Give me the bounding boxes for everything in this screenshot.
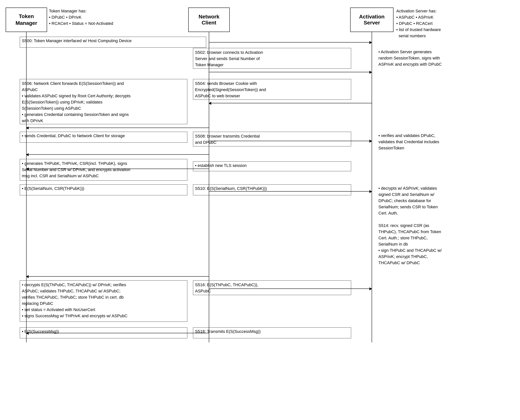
token-manager-box: Token Manager <box>6 8 47 32</box>
s508-action-block: S508: browser transmits Credentialand DP… <box>193 132 351 146</box>
as-s502-resp: • Activation Server generatesrandom Sess… <box>378 48 514 68</box>
tm-annotation: Token Manager has:• DPubC • DPrivK• RCAC… <box>49 8 113 27</box>
arrow-s502 <box>209 72 372 72</box>
as-s508-resp: • verifies and validates DPubC,validates… <box>378 132 514 152</box>
network-client-box: Network Client <box>188 8 230 32</box>
arrow-s506-back <box>26 128 209 128</box>
as-s510-resp: • decrypts w/ ASPrivK; validatessigned C… <box>378 184 514 267</box>
decrypts-th-block: • decrypts E(S(ThPubC, THCAPubC)) w/ DPr… <box>20 280 187 322</box>
as-s508-resp-text: • verifies and validates DPubC,validates… <box>378 133 439 150</box>
s516-text: S516: E(S(ThPubC, THCAPubC)),ASPubC <box>195 282 258 293</box>
s500-text: S500: Token Manager interfaced w/ Host C… <box>22 38 132 43</box>
s506-text: S506: Network Client forwards E(S(Sessio… <box>22 81 131 123</box>
as-annotation-text: Activation Server has:• ASPubC • ASPrivK… <box>396 9 441 38</box>
eserialnum-text: • E(S(SerialNum, CSR(THPubK))) <box>22 186 84 191</box>
as-s502-resp-text: • Activation Server generatesrandom Sess… <box>378 50 442 67</box>
s502-action-block: S502: browser connects to ActivationServ… <box>193 48 351 69</box>
s516-action-block: S516: E(S(ThPubC, THCAPubC)),ASPubC <box>193 280 351 295</box>
tm-annotation-text: Token Manager has:• DPubC • DPrivK• RCAC… <box>49 9 113 26</box>
activation-server-label: Activation Server <box>359 14 384 26</box>
as-annotation: Activation Server has:• ASPubC • ASPrivK… <box>396 8 441 39</box>
s504-action-block: S504: sends Browser Cookie withEncrypted… <box>193 79 351 100</box>
arrow-s508-back <box>26 154 209 155</box>
s500-action-block: S500: Token Manager interfaced w/ Host C… <box>20 37 206 48</box>
s510-text: S510: E(S(SerialNum, CSR(THPubK))) <box>195 186 267 191</box>
decrypts-th-text: • decrypts E(S(ThPubC, THCAPubC)) w/ DPr… <box>22 282 128 318</box>
network-client-label: Network Client <box>199 14 219 26</box>
arrow-s510 <box>209 191 372 192</box>
arrow-s518 <box>26 333 209 333</box>
eserialnum-block: • E(S(SerialNum, CSR(THPubK))) <box>20 184 187 195</box>
sends-credential-block: • sends Credential, DPubC to Network Cli… <box>20 132 187 143</box>
s510-action-block: S510: E(S(SerialNum, CSR(THPubK))) <box>193 184 351 195</box>
sends-credential-text: • sends Credential, DPubC to Network Cli… <box>22 133 125 138</box>
s502-text: S502: browser connects to ActivationServ… <box>195 50 263 67</box>
s506-action-block: S506: Network Client forwards E(S(Sessio… <box>20 79 187 124</box>
nc-lifeline <box>209 32 209 343</box>
activation-server-box: Activation Server <box>350 8 393 32</box>
token-manager-label: Token Manager <box>15 13 37 27</box>
arrow-s516-back <box>26 276 209 277</box>
generates-th-text: • generates THPubK, THPrivK, CSR(incl. T… <box>22 161 130 178</box>
s508-text: S508: browser transmits Credentialand DP… <box>195 134 260 145</box>
sequence-diagram: Token Manager Network Client Activation … <box>0 0 520 420</box>
s518-action-block: S518: Transmits E(S(SuccessMsg)) <box>193 327 351 338</box>
arrow-s508 <box>209 141 372 141</box>
arrow-s504 <box>209 103 372 103</box>
arrow-s516 <box>209 288 372 289</box>
as-lifeline <box>372 32 372 343</box>
arrow-tls <box>26 169 209 169</box>
establish-tls-text: • establish new TLS session <box>195 163 247 168</box>
generates-th-block: • generates THPubK, THPrivK, CSR(incl. T… <box>20 159 187 181</box>
s504-text: S504: sends Browser Cookie withEncrypted… <box>195 81 266 98</box>
as-s510-resp-text: • decrypts w/ ASPrivK; validatessigned C… <box>378 186 442 265</box>
establish-tls-block: • establish new TLS session <box>193 161 351 171</box>
arrow-s500 <box>209 42 372 43</box>
tm-lifeline <box>26 32 27 343</box>
